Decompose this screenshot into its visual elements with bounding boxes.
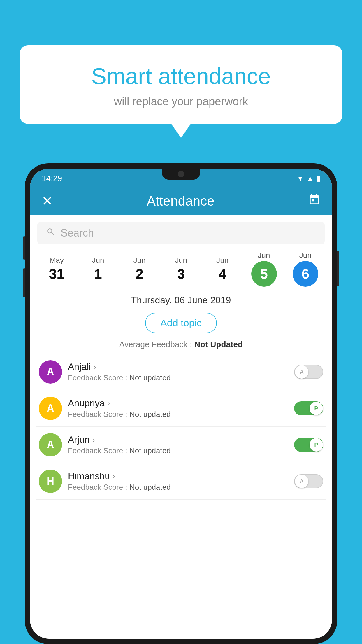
search-icon <box>46 227 55 239</box>
attendance-toggle-arjun[interactable]: P <box>294 438 323 452</box>
feedback-label: Feedback Score : <box>68 410 129 419</box>
status-icons: ▼ ▲ ▮ <box>297 174 320 183</box>
student-avatar-arjun: A <box>39 433 62 456</box>
student-item-anupriya[interactable]: A Anupriya › Feedback Score : Not update… <box>36 390 326 427</box>
feedback-label: Average Feedback : <box>119 340 194 349</box>
phone-container: 14:29 ▼ ▲ ▮ ✕ Attendance <box>25 163 337 644</box>
selected-date-info: Thursday, 06 June 2019 <box>30 290 332 309</box>
phone-screen: 14:29 ▼ ▲ ▮ ✕ Attendance <box>30 169 332 639</box>
volume-down-button <box>23 268 25 298</box>
feedback-score-arjun: Not updated <box>129 446 171 455</box>
wifi-icon: ▼ <box>297 174 304 183</box>
student-info-anupriya: Anupriya › Feedback Score : Not updated <box>68 398 288 419</box>
average-feedback: Average Feedback : Not Updated <box>30 337 332 354</box>
date-col-jun1[interactable]: Jun 1 <box>77 253 119 285</box>
front-camera <box>178 171 184 177</box>
feedback-score-anupriya: Not updated <box>129 410 171 419</box>
battery-icon: ▮ <box>317 174 320 183</box>
speech-bubble-container: Smart attendance will replace your paper… <box>20 45 342 124</box>
student-list: A Anjali › Feedback Score : Not updated … <box>30 354 332 639</box>
app-bar: ✕ Attendance <box>30 187 332 215</box>
feedback-label: Feedback Score : <box>68 373 129 382</box>
phone-body: 14:29 ▼ ▲ ▮ ✕ Attendance <box>25 163 337 644</box>
calendar-button[interactable] <box>308 194 320 209</box>
search-bar[interactable]: Search <box>37 222 325 244</box>
status-time: 14:29 <box>42 174 62 183</box>
add-topic-container[interactable]: Add topic <box>30 309 332 337</box>
student-item-arjun[interactable]: A Arjun › Feedback Score : Not updated P <box>36 427 326 463</box>
student-avatar-anupriya: A <box>39 397 62 420</box>
chevron-right-icon: › <box>113 472 115 480</box>
date-col-jun2[interactable]: Jun 2 <box>119 253 160 285</box>
feedback-label: Feedback Score : <box>68 446 129 455</box>
student-info-arjun: Arjun › Feedback Score : Not updated <box>68 434 288 455</box>
add-topic-button[interactable]: Add topic <box>145 313 217 333</box>
chevron-right-icon: › <box>94 363 96 371</box>
phone-notch <box>162 169 200 180</box>
date-col-jun6[interactable]: Jun 6 <box>285 248 326 290</box>
student-name-himanshu: Himanshu <box>68 471 110 482</box>
app-bar-title: Attendance <box>147 193 215 209</box>
date-col-may31[interactable]: May 31 <box>36 253 77 285</box>
search-placeholder: Search <box>61 227 94 239</box>
selected-date-text: Thursday, 06 June 2019 <box>131 295 231 305</box>
student-avatar-himanshu: H <box>39 470 62 493</box>
power-button <box>337 251 339 286</box>
feedback-score-anjali: Not updated <box>129 373 171 382</box>
student-name-anjali: Anjali <box>68 361 91 372</box>
close-button[interactable]: ✕ <box>42 193 53 209</box>
date-col-jun4[interactable]: Jun 4 <box>202 253 243 285</box>
student-info-himanshu: Himanshu › Feedback Score : Not updated <box>68 471 288 492</box>
chevron-right-icon: › <box>93 436 95 444</box>
date-col-jun5[interactable]: Jun 5 <box>243 248 284 290</box>
date-strip[interactable]: May 31 Jun 1 Jun 2 Jun 3 Jun 4 <box>30 248 332 290</box>
signal-icon: ▲ <box>307 174 314 183</box>
speech-bubble: Smart attendance will replace your paper… <box>20 45 342 124</box>
feedback-label: Feedback Score : <box>68 483 129 491</box>
student-info-anjali: Anjali › Feedback Score : Not updated <box>68 361 288 382</box>
student-name-anupriya: Anupriya <box>68 398 105 409</box>
feedback-score-himanshu: Not updated <box>129 483 171 491</box>
volume-up-button <box>23 236 25 260</box>
bubble-subtitle: will replace your paperwork <box>34 95 328 108</box>
attendance-toggle-anjali[interactable]: A <box>294 365 323 379</box>
bubble-title: Smart attendance <box>34 63 328 90</box>
attendance-toggle-himanshu[interactable]: A <box>294 474 323 488</box>
student-name-arjun: Arjun <box>68 434 90 445</box>
date-col-jun3[interactable]: Jun 3 <box>160 253 202 285</box>
feedback-value: Not Updated <box>194 340 243 349</box>
student-avatar-anjali: A <box>39 360 62 384</box>
attendance-toggle-anupriya[interactable]: P <box>294 401 323 415</box>
student-item-anjali[interactable]: A Anjali › Feedback Score : Not updated … <box>36 354 326 390</box>
chevron-right-icon: › <box>108 399 110 407</box>
student-item-himanshu[interactable]: H Himanshu › Feedback Score : Not update… <box>36 463 326 500</box>
